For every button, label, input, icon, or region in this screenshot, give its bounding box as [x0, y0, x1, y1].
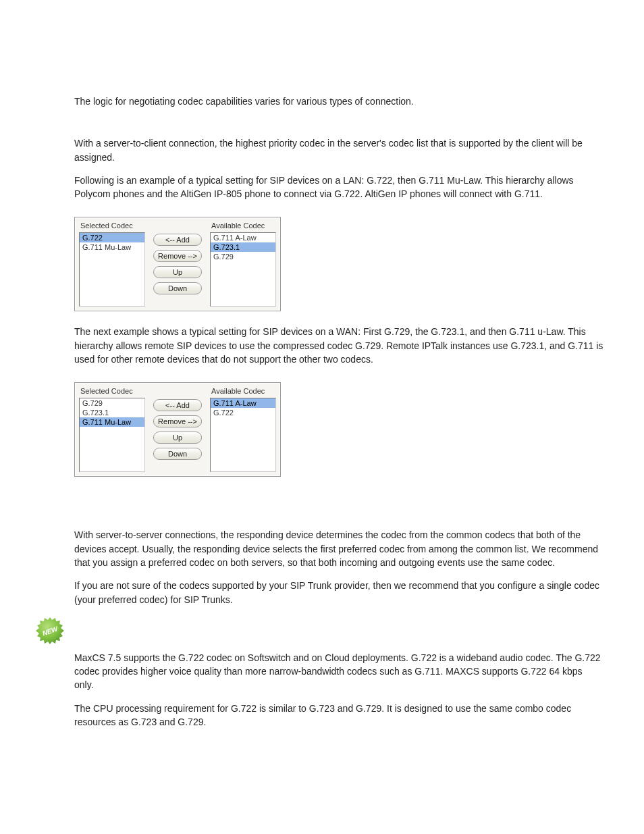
list-item[interactable]: G.729: [80, 398, 144, 408]
list-item[interactable]: G.711 Mu-Law: [80, 242, 144, 252]
list-item[interactable]: G.723.1: [211, 242, 275, 252]
paragraph: With server-to-server connections, the r…: [74, 528, 603, 569]
button-column: <-- Add Remove --> Up Down: [145, 387, 210, 460]
codec-panel-wan: Selected Codec G.729G.723.1G.711 Mu-Law …: [74, 382, 281, 477]
list-item[interactable]: G.729: [211, 252, 275, 261]
button-column: <-- Add Remove --> Up Down: [145, 221, 210, 294]
codec-panel-lan: Selected Codec G.722G.711 Mu-Law <-- Add…: [74, 217, 281, 311]
paragraph: The CPU processing requirement for G.722…: [74, 702, 603, 729]
selected-column: Selected Codec G.729G.723.1G.711 Mu-Law: [79, 387, 145, 472]
available-codec-listbox[interactable]: G.711 A-LawG.722: [210, 398, 276, 472]
selected-codec-label: Selected Codec: [79, 387, 145, 395]
selected-codec-listbox[interactable]: G.722G.711 Mu-Law: [79, 232, 145, 307]
paragraph: With a server-to-client connection, the …: [74, 136, 603, 164]
available-codec-label: Available Codec: [210, 221, 276, 230]
paragraph: The logic for negotiating codec capabili…: [74, 95, 603, 108]
list-item[interactable]: G.711 Mu-Law: [80, 417, 144, 427]
add-button[interactable]: <-- Add: [153, 234, 202, 246]
list-item[interactable]: G.711 A-Law: [211, 233, 275, 242]
remove-button[interactable]: Remove -->: [153, 415, 202, 427]
add-button[interactable]: <-- Add: [153, 399, 202, 411]
remove-button[interactable]: Remove -->: [153, 250, 202, 262]
list-item[interactable]: G.723.1: [80, 408, 144, 417]
paragraph: MaxCS 7.5 supports the G.722 codec on So…: [74, 651, 603, 692]
selected-codec-listbox[interactable]: G.729G.723.1G.711 Mu-Law: [79, 398, 145, 472]
available-column: Available Codec G.711 A-LawG.722: [210, 387, 276, 472]
up-button[interactable]: Up: [153, 266, 202, 278]
available-codec-listbox[interactable]: G.711 A-LawG.723.1G.729: [210, 232, 276, 307]
down-button[interactable]: Down: [153, 448, 202, 460]
paragraph: Following is an example of a typical set…: [74, 174, 603, 201]
available-column: Available Codec G.711 A-LawG.723.1G.729: [210, 221, 276, 307]
selected-codec-label: Selected Codec: [79, 221, 145, 230]
list-item[interactable]: G.722: [211, 408, 275, 417]
available-codec-label: Available Codec: [210, 387, 276, 395]
up-button[interactable]: Up: [153, 432, 202, 444]
new-badge-icon: NEW: [35, 616, 65, 646]
paragraph: If you are not sure of the codecs suppor…: [74, 579, 603, 606]
selected-column: Selected Codec G.722G.711 Mu-Law: [79, 221, 145, 307]
list-item[interactable]: G.722: [80, 233, 144, 242]
paragraph: The next example shows a typical setting…: [74, 325, 603, 366]
list-item[interactable]: G.711 A-Law: [211, 398, 275, 408]
down-button[interactable]: Down: [153, 282, 202, 294]
page-content: The logic for negotiating codec capabili…: [0, 0, 644, 779]
